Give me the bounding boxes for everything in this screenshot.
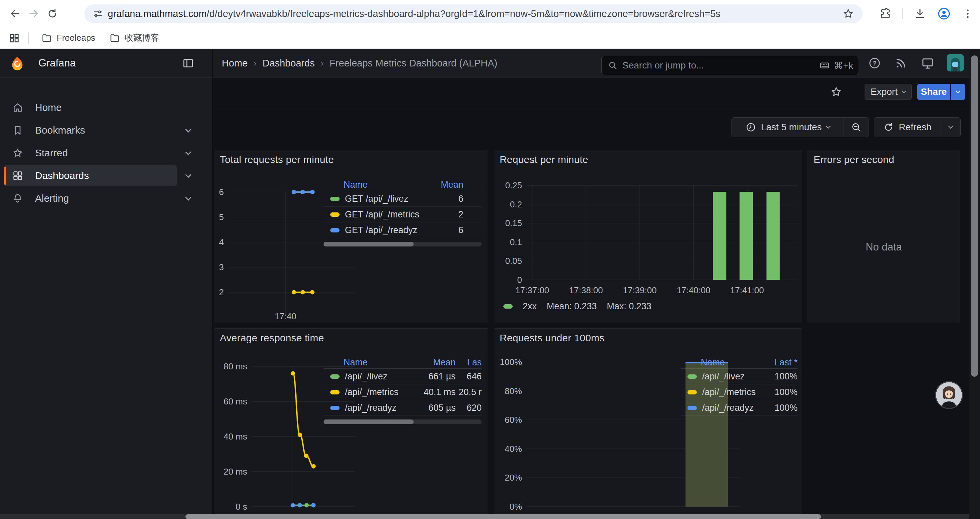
svg-text:?: ? [873,60,876,67]
bookmark-label: Freeleaps [57,33,95,43]
refresh-label: Refresh [899,122,931,133]
legend-table: NameMeanGET /api/_/livez6GET /api/_/metr… [323,179,482,246]
share-menu-button[interactable] [951,84,965,100]
panel-total-requests-per-minute[interactable]: Total requests per minute 6543217:40 Nam… [214,150,488,323]
series-name[interactable]: 2xx [523,301,537,311]
series-color-pill [330,374,340,379]
panel-title[interactable]: Request per minute [500,154,588,165]
search-placeholder: Search or jump to... [622,60,819,71]
expand-starred-chevron[interactable] [181,143,195,163]
panel-request-per-minute[interactable]: Request per minute 0.250.20.150.10.05017… [494,150,802,323]
series-color-pill [330,212,340,217]
menu-kebab-icon[interactable] [962,8,973,19]
bookmark-folder-blogs[interactable]: 收藏博客 [104,30,165,46]
legend-row[interactable]: /api/_/readyz605 µs620 [323,400,482,416]
legend-row[interactable]: /api/_/livez100% [681,369,797,385]
breadcrumb-separator: › [253,58,256,69]
sidebar-item-alerting[interactable]: Alerting [4,188,177,209]
legend-row[interactable]: /api/_/livez661 µs646 [323,369,482,385]
grafana-logo[interactable] [10,56,25,70]
grafana-sidebar: Grafana Home Bookmarks Starred Dashboard… [0,49,213,519]
profile-icon[interactable] [937,7,951,21]
legend-table-header: NameLast * [681,357,797,369]
sidebar-item-bookmarks[interactable]: Bookmarks [4,120,177,141]
news-rss-button[interactable] [894,56,908,70]
sidebar-item-label: Alerting [35,193,69,204]
browser-reload-button[interactable] [43,4,62,23]
sidebar-item-dashboards[interactable]: Dashboards [4,165,177,186]
export-button[interactable]: Export [865,84,912,100]
legend-table-header: NameMeanLas [323,357,482,369]
search-input[interactable]: Search or jump to... ⌘+k [601,56,859,75]
legend-row[interactable]: /api/_/metrics40.1 ms20.5 r [323,385,482,400]
browser-back-button[interactable] [6,4,24,23]
collapse-dashboards-chevron[interactable] [181,165,195,186]
browser-forward-button[interactable] [24,4,43,23]
sidebar-item-home[interactable]: Home [4,97,177,118]
breadcrumb-home[interactable]: Home [222,58,248,69]
legend-scrollbar[interactable] [323,242,482,246]
panel-errors-per-second[interactable]: Errors per second No data [808,150,960,323]
series-color-pill [330,406,340,410]
sidebar-item-label: Starred [35,147,68,159]
assistant-avatar-bubble[interactable] [936,382,962,408]
panel-average-response-time[interactable]: Average response time 80 ms60 ms40 ms20 … [214,328,488,519]
vertical-scrollbar[interactable] [969,49,980,519]
legend-col-name[interactable]: Name [681,357,766,368]
legend-row[interactable]: GET /api/_/readyz6 [323,222,482,238]
extensions-icon[interactable] [879,8,891,19]
expand-bookmarks-chevron[interactable] [181,120,195,141]
collapse-sidebar-button[interactable] [182,57,194,69]
favorite-dashboard-button[interactable] [828,84,844,100]
share-label: Share [921,86,947,97]
bookmark-star-icon[interactable] [843,8,854,19]
expand-alerting-chevron[interactable] [181,188,195,209]
panel-title[interactable]: Errors per second [813,154,894,165]
bookmark-label: 收藏博客 [125,32,159,44]
breadcrumb-dashboards[interactable]: Dashboards [262,58,315,69]
panel-title[interactable]: Average response time [220,332,324,344]
legend-row[interactable]: GET /api/_/metrics2 [323,207,482,222]
bookmark-icon [12,125,23,136]
arrow-left-icon [10,8,21,19]
legend-col-name[interactable]: Name [323,180,423,190]
breadcrumb-current: Freeleaps Metrics Dashboard (ALPHA) [329,58,497,69]
legend-row[interactable]: /api/_/metrics100% [681,385,797,400]
legend-row[interactable]: GET /api/_/livez6 [323,191,482,207]
refresh-button[interactable]: Refresh [874,118,941,137]
display-tv-button[interactable] [921,56,934,70]
legend-table: NameLast */api/_/livez100%/api/_/metrics… [681,357,797,416]
help-button[interactable]: ? [868,56,881,70]
zoom-out-time-button[interactable] [844,118,869,137]
bell-icon [12,193,23,204]
user-avatar[interactable] [947,54,964,72]
url-text[interactable]: grafana.mathmast.com/d/deytv4rwavabkb/fr… [108,8,843,19]
divider [902,8,903,19]
download-icon[interactable] [914,8,926,20]
panel-title[interactable]: Requests under 100ms [500,332,605,344]
legend-col-name[interactable]: Name [323,357,406,368]
legend-scrollbar[interactable] [323,420,482,424]
series-max: Max: 0.233 [607,301,651,311]
time-range-picker[interactable]: Last 5 minutes [732,118,843,137]
bookmark-folder-freeleaps[interactable]: Freeleaps [36,30,101,46]
share-button[interactable]: Share [917,84,950,100]
chevron-down-icon [948,124,953,129]
export-label: Export [870,86,897,97]
horizontal-scrollbar[interactable] [0,514,969,519]
vertical-scrollbar-thumb[interactable] [971,56,978,377]
legend-row[interactable]: /api/_/readyz100% [681,400,797,416]
apps-grid-icon[interactable] [9,32,20,44]
refresh-interval-button[interactable] [941,118,960,137]
legend-scrollbar-thumb[interactable] [323,242,414,246]
address-bar[interactable]: grafana.mathmast.com/d/deytv4rwavabkb/fr… [84,4,862,23]
legend-table-header: NameMean [323,179,482,191]
site-settings-icon[interactable] [92,8,103,19]
legend[interactable]: 2xx Mean: 0.233 Max: 0.233 [503,301,651,311]
legend-scrollbar-thumb[interactable] [323,420,414,424]
clock-icon [746,122,756,133]
sidebar-item-starred[interactable]: Starred [4,143,177,163]
horizontal-scrollbar-thumb[interactable] [185,514,821,519]
panel-requests-under-100ms[interactable]: Requests under 100ms 100%80%60%40%20%0%1… [494,328,802,519]
panel-title[interactable]: Total requests per minute [220,154,334,165]
